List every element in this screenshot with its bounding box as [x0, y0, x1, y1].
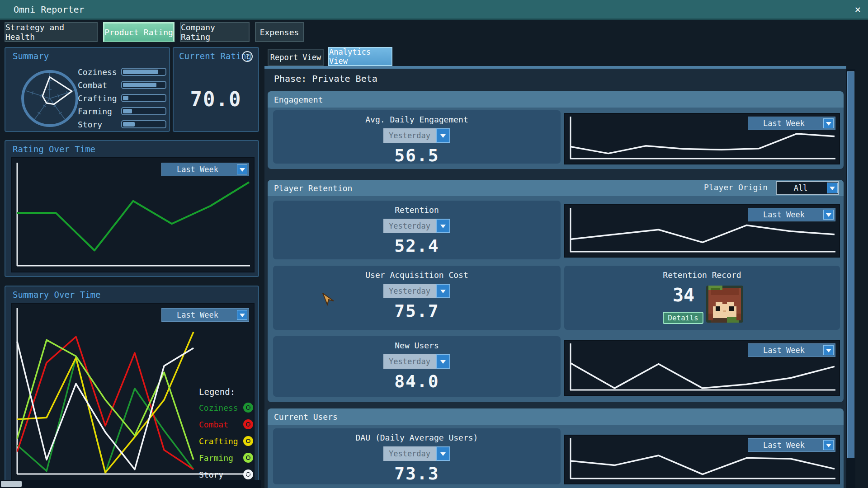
record-value: 34 [661, 285, 706, 305]
player-avatar [706, 286, 743, 323]
tab-product-rating[interactable]: Product Rating [103, 22, 175, 42]
chevron-down-icon [436, 219, 450, 233]
phase-label: Phase: Private Beta [274, 73, 377, 84]
retention-record-card: Retention Record 34 Details [564, 266, 840, 330]
stat-row: Story [78, 119, 166, 129]
period-value: Yesterday [383, 446, 436, 461]
section-title: Current Users [274, 412, 338, 422]
scrollbar-thumb[interactable] [1, 481, 22, 487]
range-label: Last Week [162, 165, 233, 174]
range-label: Last Week [748, 346, 820, 355]
range-label: Last Week [748, 119, 820, 128]
metric-title: Avg. Daily Engagement [365, 115, 468, 124]
tab-company-rating[interactable]: Company Rating [180, 22, 250, 42]
tab-strategy-and-health[interactable]: Strategy and Health [5, 22, 98, 42]
user-acquisition-cost-card: User Acquisition Cost Yesterday 75.7 [273, 266, 561, 330]
close-icon[interactable]: ✕ [855, 4, 861, 15]
metric-value: 56.5 [394, 145, 439, 165]
summary-title: Summary [13, 51, 49, 61]
chevron-down-icon [823, 118, 834, 128]
player-origin-dropdown[interactable]: All [776, 181, 839, 195]
stat-row: Farming [78, 106, 166, 116]
current-rating-title: Current Rating [179, 51, 251, 61]
stat-label: Coziness [78, 67, 121, 77]
metric-title: New Users [395, 341, 439, 350]
legend-label: Crafting [199, 436, 238, 446]
tab-label: Product Rating [104, 28, 173, 37]
details-label: Details [668, 314, 698, 322]
period-value: Yesterday [383, 284, 436, 298]
summary-over-time-panel: Summary Over Time Last Week Legend: Cozi… [5, 286, 259, 488]
engagement-section: Engagement Avg. Daily Engagement Yesterd… [268, 91, 844, 169]
chevron-down-icon [823, 345, 834, 355]
range-dropdown[interactable]: Last Week [161, 308, 249, 322]
chevron-down-icon [823, 210, 834, 220]
mouse-cursor [322, 293, 335, 307]
metric-value: 73.3 [394, 464, 439, 483]
scrollbar-thumb[interactable] [847, 71, 854, 458]
stat-row: Crafting [78, 93, 166, 103]
dau-card: DAU (Daily Average Users) Yesterday 73.3 [273, 428, 561, 484]
legend-label: Combat [199, 420, 228, 429]
legend-label: Coziness [199, 403, 238, 413]
legend-ring-icon [243, 403, 253, 413]
period-dropdown[interactable]: Yesterday [383, 354, 450, 369]
stat-bar [121, 81, 166, 89]
chevron-down-icon [436, 446, 450, 461]
stat-row: Combat [78, 80, 166, 90]
stat-label: Farming [78, 107, 121, 116]
period-dropdown[interactable]: Yesterday [383, 219, 450, 233]
metric-title: Retention [395, 205, 439, 215]
current-rating-value: 70.0 [174, 88, 258, 111]
stat-bar [121, 94, 166, 102]
engagement-chart: Last Week [564, 113, 840, 164]
tab-expenses[interactable]: Expenses [255, 22, 304, 42]
chevron-down-icon [827, 183, 838, 193]
period-dropdown[interactable]: Yesterday [383, 284, 450, 298]
metric-value: 52.4 [394, 236, 439, 256]
legend-title: Legend: [199, 387, 253, 397]
summary-panel: Summary CozinessCombatCraftingFarmingSto… [5, 47, 170, 132]
retention-card: Retention Yesterday 52.4 [273, 201, 561, 259]
tab-label: Analytics View [329, 47, 392, 66]
new-users-card: New Users Yesterday 84.0 [273, 336, 561, 397]
legend-ring-icon [243, 453, 253, 463]
range-dropdown[interactable]: Last Week [748, 343, 835, 357]
omni-reporter-window: Omni Reporter ✕ Strategy and Health Prod… [0, 0, 868, 488]
player-origin-label: Player Origin [704, 183, 768, 192]
legend-item: Story [199, 469, 253, 480]
details-button[interactable]: Details [663, 312, 703, 324]
range-dropdown[interactable]: Last Week [161, 163, 249, 176]
metric-value: 75.7 [394, 301, 439, 321]
current-users-section: Current Users DAU (Daily Average Users) … [268, 408, 844, 488]
legend-item: Farming [199, 452, 253, 463]
section-title: Engagement [274, 95, 323, 104]
tab-analytics-view[interactable]: Analytics View [328, 47, 392, 66]
radar-chart [11, 64, 89, 131]
range-dropdown[interactable]: Last Week [748, 208, 835, 221]
window-title: Omni Reporter [14, 4, 85, 15]
period-dropdown[interactable]: Yesterday [383, 128, 450, 143]
period-value: Yesterday [383, 219, 436, 233]
stat-bar [121, 68, 166, 76]
legend-label: Farming [199, 453, 233, 463]
range-dropdown[interactable]: Last Week [748, 438, 835, 452]
legend-ring-icon [243, 436, 253, 446]
horizontal-scrollbar [0, 480, 261, 488]
range-dropdown[interactable]: Last Week [748, 117, 835, 130]
summary-over-time-chart: Last Week Legend: CozinessCombatCrafting… [11, 303, 255, 481]
tab-report-view[interactable]: Report View [268, 49, 324, 66]
chevron-down-icon [436, 354, 450, 369]
tab-label: Company Rating [181, 23, 249, 42]
range-label: Last Week [162, 310, 233, 319]
stat-label: Combat [78, 80, 121, 90]
record-title: Retention Record [564, 270, 840, 280]
stat-row: Coziness [78, 67, 166, 77]
player-retention-section: Player Retention Player Origin All Reten… [268, 180, 844, 402]
period-dropdown[interactable]: Yesterday [383, 446, 450, 461]
vertical-scrollbar [846, 69, 855, 488]
period-value: Yesterday [383, 128, 436, 143]
help-icon[interactable]: ? [242, 51, 253, 62]
chevron-down-icon [823, 440, 834, 450]
stat-bar [121, 120, 166, 128]
